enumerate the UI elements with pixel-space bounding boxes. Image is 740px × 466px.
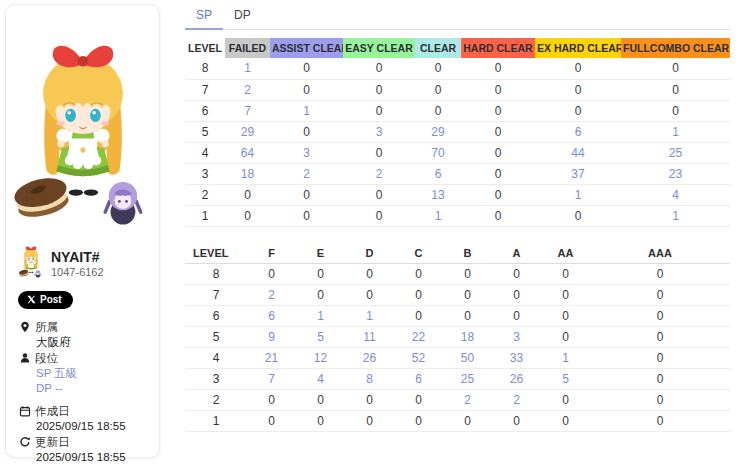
- count-cell: 0: [343, 205, 415, 226]
- count-link[interactable]: 22: [394, 327, 443, 348]
- score-summary-page: NYAIT# 1047-6162 Post 所属 大阪府: [0, 0, 740, 466]
- table-row: 200002200: [185, 390, 730, 411]
- count-link[interactable]: 2: [343, 163, 415, 184]
- count-link[interactable]: 23: [621, 163, 730, 184]
- count-cell: 0: [225, 184, 270, 205]
- tab-sp[interactable]: SP: [185, 0, 223, 30]
- count-link[interactable]: 52: [394, 348, 443, 369]
- level-cell: 2: [185, 184, 225, 205]
- count-link[interactable]: 70: [415, 142, 461, 163]
- level-cell: 7: [185, 79, 225, 100]
- count-cell: 0: [394, 411, 443, 432]
- count-link[interactable]: 1: [296, 306, 345, 327]
- count-link[interactable]: 18: [225, 163, 270, 184]
- dp-rank-link[interactable]: DP --: [19, 382, 149, 395]
- count-cell: 0: [247, 411, 296, 432]
- count-link[interactable]: 4: [621, 184, 730, 205]
- player-id: 1047-6162: [51, 265, 104, 279]
- count-link[interactable]: 1: [270, 100, 343, 121]
- count-link[interactable]: 6: [535, 121, 621, 142]
- count-link[interactable]: 3: [492, 327, 541, 348]
- count-link[interactable]: 5: [541, 369, 590, 390]
- table-row: 100000000: [185, 411, 730, 432]
- column-header: B: [443, 244, 492, 264]
- count-cell: 0: [535, 100, 621, 121]
- created-date-value: 2025/09/15 18:55: [19, 420, 149, 433]
- count-link[interactable]: 18: [443, 327, 492, 348]
- count-cell: 0: [270, 79, 343, 100]
- sp-rank-link[interactable]: SP 五級: [19, 367, 149, 380]
- level-column-header: LEVEL: [185, 244, 247, 264]
- x-post-button[interactable]: Post: [18, 291, 73, 309]
- count-link[interactable]: 7: [247, 369, 296, 390]
- count-link[interactable]: 33: [492, 348, 541, 369]
- count-cell: 0: [394, 264, 443, 285]
- level-cell: 5: [185, 121, 225, 142]
- count-link[interactable]: 1: [621, 205, 730, 226]
- count-link[interactable]: 4: [296, 369, 345, 390]
- count-link[interactable]: 64: [225, 142, 270, 163]
- count-link[interactable]: 26: [492, 369, 541, 390]
- x-logo-icon: [27, 295, 36, 304]
- count-link[interactable]: 6: [247, 306, 296, 327]
- count-link[interactable]: 2: [492, 390, 541, 411]
- count-link[interactable]: 37: [535, 163, 621, 184]
- count-link[interactable]: 2: [270, 163, 343, 184]
- level-cell: 5: [185, 327, 247, 348]
- count-link[interactable]: 1: [535, 184, 621, 205]
- count-cell: 0: [461, 184, 535, 205]
- count-cell: 0: [345, 411, 394, 432]
- count-link[interactable]: 1: [541, 348, 590, 369]
- count-link[interactable]: 1: [415, 205, 461, 226]
- count-cell: 0: [296, 390, 345, 411]
- tab-dp[interactable]: DP: [223, 0, 262, 29]
- level-cell: 3: [185, 163, 225, 184]
- count-cell: 0: [296, 285, 345, 306]
- table-row: 464307004425: [185, 142, 730, 163]
- profile-info: 所属 大阪府 段位 SP 五級 DP -- 作成日 2025/09/: [6, 320, 159, 464]
- count-link[interactable]: 2: [443, 390, 492, 411]
- table-row: 421122652503310: [185, 348, 730, 369]
- count-link[interactable]: 29: [225, 121, 270, 142]
- count-link[interactable]: 12: [296, 348, 345, 369]
- count-cell: 0: [621, 79, 730, 100]
- player-name: NYAIT#: [51, 249, 104, 265]
- count-link[interactable]: 29: [415, 121, 461, 142]
- count-link[interactable]: 2: [247, 285, 296, 306]
- count-cell: 0: [296, 264, 345, 285]
- count-link[interactable]: 26: [345, 348, 394, 369]
- count-cell: 0: [343, 184, 415, 205]
- count-link[interactable]: 9: [247, 327, 296, 348]
- count-cell: 0: [345, 390, 394, 411]
- count-cell: 0: [443, 411, 492, 432]
- count-link[interactable]: 1: [225, 58, 270, 79]
- count-cell: 0: [492, 411, 541, 432]
- table-row: 37486252650: [185, 369, 730, 390]
- count-cell: 0: [541, 264, 590, 285]
- table-row: 81000000: [185, 58, 730, 79]
- count-link[interactable]: 3: [343, 121, 415, 142]
- created-date-label: 作成日: [35, 404, 70, 418]
- count-link[interactable]: 44: [535, 142, 621, 163]
- count-link[interactable]: 25: [621, 142, 730, 163]
- count-link[interactable]: 8: [345, 369, 394, 390]
- level-cell: 4: [185, 142, 225, 163]
- count-link[interactable]: 5: [296, 327, 345, 348]
- table-row: 10001001: [185, 205, 730, 226]
- count-link[interactable]: 50: [443, 348, 492, 369]
- level-column-header: LEVEL: [185, 38, 225, 58]
- level-cell: 6: [185, 100, 225, 121]
- count-link[interactable]: 3: [270, 142, 343, 163]
- count-link[interactable]: 2: [225, 79, 270, 100]
- count-link[interactable]: 1: [621, 121, 730, 142]
- count-link[interactable]: 21: [247, 348, 296, 369]
- post-button-label: Post: [40, 294, 62, 305]
- count-link[interactable]: 7: [225, 100, 270, 121]
- count-link[interactable]: 1: [345, 306, 394, 327]
- level-cell: 2: [185, 390, 247, 411]
- count-link[interactable]: 25: [443, 369, 492, 390]
- count-link[interactable]: 6: [394, 369, 443, 390]
- count-link[interactable]: 11: [345, 327, 394, 348]
- count-link[interactable]: 6: [415, 163, 461, 184]
- count-link[interactable]: 13: [415, 184, 461, 205]
